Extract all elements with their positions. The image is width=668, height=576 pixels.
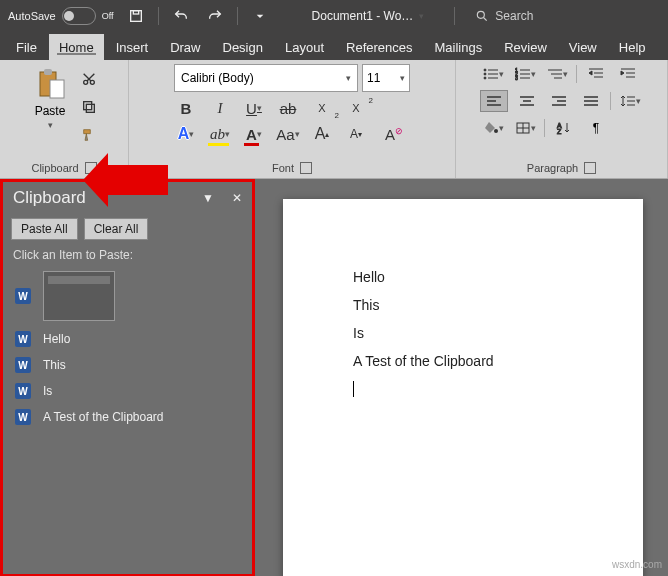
justify-button[interactable] bbox=[578, 91, 604, 111]
change-case-button[interactable]: Aa▾ bbox=[276, 124, 300, 144]
pane-options-icon[interactable]: ▼ bbox=[202, 191, 214, 205]
menu-design[interactable]: Design bbox=[213, 34, 273, 60]
clipboard-pane-title: Clipboard bbox=[13, 188, 86, 208]
sort-button[interactable]: AZ bbox=[551, 118, 577, 138]
decrease-indent-button[interactable] bbox=[583, 64, 609, 84]
workspace: Clipboard ▼ ✕ Paste All Clear All Click … bbox=[0, 179, 668, 576]
doc-line: This bbox=[353, 297, 623, 313]
ribbon-group-paragraph: ▾ 123▾ ▾ ▾ ▾ ▾ AZ ¶ bbox=[456, 60, 668, 178]
svg-point-49 bbox=[494, 129, 498, 133]
superscript-button[interactable]: X bbox=[344, 98, 368, 118]
underline-button[interactable]: U ▾ bbox=[242, 98, 266, 118]
bullets-button[interactable]: ▾ bbox=[480, 64, 506, 84]
align-right-button[interactable] bbox=[546, 91, 572, 111]
increase-indent-button[interactable] bbox=[615, 64, 641, 84]
font-family-select[interactable]: Calibri (Body)▾ bbox=[174, 64, 358, 92]
qat-customize-icon[interactable] bbox=[248, 4, 272, 28]
clipboard-group-label: Clipboard bbox=[31, 162, 78, 174]
menu-mailings[interactable]: Mailings bbox=[425, 34, 493, 60]
svg-rect-6 bbox=[50, 80, 64, 98]
ribbon-group-font: Calibri (Body)▾ 11▾ B I U ▾ ab X X A▾ ab… bbox=[129, 60, 456, 178]
font-launcher-icon[interactable] bbox=[300, 162, 312, 174]
autosave-state: Off bbox=[102, 11, 114, 21]
paste-all-button[interactable]: Paste All bbox=[11, 218, 78, 240]
svg-rect-11 bbox=[86, 104, 94, 112]
text-cursor-icon bbox=[353, 381, 354, 397]
multilevel-list-button[interactable]: ▾ bbox=[544, 64, 570, 84]
chevron-down-icon[interactable]: ▾ bbox=[419, 11, 424, 21]
menu-insert[interactable]: Insert bbox=[106, 34, 159, 60]
word-icon: W bbox=[15, 383, 31, 399]
paste-icon bbox=[32, 66, 68, 102]
cut-button[interactable] bbox=[78, 68, 100, 90]
menu-view[interactable]: View bbox=[559, 34, 607, 60]
format-painter-button[interactable] bbox=[78, 124, 100, 146]
menubar: File Home Insert Draw Design Layout Refe… bbox=[0, 32, 668, 60]
clipboard-thumbnail bbox=[43, 271, 115, 321]
svg-point-17 bbox=[484, 77, 486, 79]
clipboard-item[interactable]: W bbox=[3, 266, 252, 326]
svg-point-15 bbox=[484, 73, 486, 75]
strikethrough-button[interactable]: ab bbox=[276, 98, 300, 118]
pane-close-icon[interactable]: ✕ bbox=[232, 191, 242, 205]
word-icon: W bbox=[15, 288, 31, 304]
align-center-button[interactable] bbox=[514, 91, 540, 111]
watermark: wsxdn.com bbox=[612, 559, 662, 570]
word-icon: W bbox=[15, 357, 31, 373]
chevron-down-icon: ▾ bbox=[48, 120, 53, 130]
paste-label: Paste bbox=[35, 104, 66, 118]
show-marks-button[interactable]: ¶ bbox=[583, 118, 609, 138]
menu-layout[interactable]: Layout bbox=[275, 34, 334, 60]
text-effects-button[interactable]: A▾ bbox=[174, 124, 198, 144]
menu-file[interactable]: File bbox=[6, 34, 47, 60]
clipboard-item[interactable]: WA Test of the Clipboard bbox=[3, 404, 252, 430]
subscript-button[interactable]: X bbox=[310, 98, 334, 118]
clipboard-item[interactable]: WIs bbox=[3, 378, 252, 404]
menu-draw[interactable]: Draw bbox=[160, 34, 210, 60]
bold-button[interactable]: B bbox=[174, 98, 198, 118]
page[interactable]: Hello This Is A Test of the Clipboard bbox=[283, 199, 643, 576]
word-icon: W bbox=[15, 409, 31, 425]
numbering-button[interactable]: 123▾ bbox=[512, 64, 538, 84]
italic-button[interactable]: I bbox=[208, 98, 232, 118]
svg-rect-1 bbox=[133, 11, 138, 14]
clear-formatting-button[interactable]: A⊘ bbox=[378, 124, 402, 144]
paragraph-launcher-icon[interactable] bbox=[584, 162, 596, 174]
undo-button[interactable] bbox=[169, 4, 193, 28]
highlight-button[interactable]: ab▾ bbox=[208, 124, 232, 144]
svg-text:Z: Z bbox=[557, 128, 562, 135]
menu-help[interactable]: Help bbox=[609, 34, 656, 60]
svg-rect-0 bbox=[130, 11, 141, 22]
grow-font-button[interactable]: A▴ bbox=[310, 124, 334, 144]
svg-point-2 bbox=[478, 11, 485, 18]
toggle-icon bbox=[62, 7, 96, 25]
doc-line: Is bbox=[353, 325, 623, 341]
autosave-toggle[interactable]: AutoSave Off bbox=[8, 7, 114, 25]
font-color-button[interactable]: A▾ bbox=[242, 124, 266, 144]
clipboard-item[interactable]: WThis bbox=[3, 352, 252, 378]
font-size-select[interactable]: 11▾ bbox=[362, 64, 410, 92]
doc-line: Hello bbox=[353, 269, 623, 285]
menu-home[interactable]: Home bbox=[49, 34, 104, 60]
align-left-button[interactable] bbox=[480, 90, 508, 112]
doc-line: A Test of the Clipboard bbox=[353, 353, 623, 369]
redo-button[interactable] bbox=[203, 4, 227, 28]
shading-button[interactable]: ▾ bbox=[480, 118, 506, 138]
search-icon bbox=[475, 9, 489, 23]
word-icon: W bbox=[15, 331, 31, 347]
clipboard-item[interactable]: WHello bbox=[3, 326, 252, 352]
borders-button[interactable]: ▾ bbox=[512, 118, 538, 138]
document-area[interactable]: Hello This Is A Test of the Clipboard bbox=[255, 179, 668, 576]
menu-references[interactable]: References bbox=[336, 34, 422, 60]
clipboard-pane: Clipboard ▼ ✕ Paste All Clear All Click … bbox=[0, 179, 255, 576]
line-spacing-button[interactable]: ▾ bbox=[617, 91, 643, 111]
annotation-arrow bbox=[108, 165, 168, 195]
shrink-font-button[interactable]: A▾ bbox=[344, 124, 368, 144]
copy-button[interactable] bbox=[78, 96, 100, 118]
search-placeholder: Search bbox=[495, 9, 533, 23]
clear-all-button[interactable]: Clear All bbox=[84, 218, 149, 240]
menu-review[interactable]: Review bbox=[494, 34, 557, 60]
save-button[interactable] bbox=[124, 4, 148, 28]
paste-button[interactable]: Paste ▾ bbox=[28, 64, 72, 132]
search-box[interactable]: Search bbox=[475, 9, 533, 23]
